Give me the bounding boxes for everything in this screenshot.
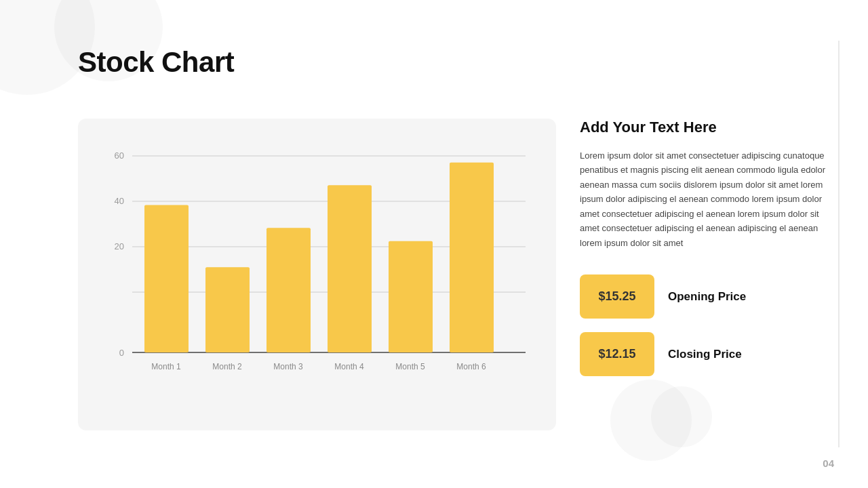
opening-price-label: Opening Price [668,290,746,304]
divider-line [838,41,840,447]
bar-month6 [450,163,494,352]
bar-month1 [144,205,189,353]
opening-price-item: $15.25 Opening Price [580,274,831,319]
closing-price-label: Closing Price [668,348,742,361]
page-title: Stock Chart [78,46,234,79]
right-panel: Add Your Text Here Lorem ipsum dolor sit… [580,119,831,390]
svg-text:0: 0 [119,348,124,358]
page-container: Stock Chart 60 40 20 0 Month 1 [0,0,868,488]
svg-text:Month 1: Month 1 [151,362,181,371]
svg-text:Month 4: Month 4 [334,362,364,371]
chart-card: 60 40 20 0 Month 1 Month 2 Month 3 Month… [78,119,556,430]
bg-decoration-4 [651,386,712,447]
svg-text:40: 40 [115,196,124,206]
svg-text:20: 20 [115,241,124,251]
chart-svg: 60 40 20 0 Month 1 Month 2 Month 3 Month… [98,132,536,410]
svg-text:Month 3: Month 3 [273,362,303,371]
bar-month5 [389,241,433,352]
right-panel-heading: Add Your Text Here [580,119,831,136]
bar-month2 [205,267,250,352]
chart-area: 60 40 20 0 Month 1 Month 2 Month 3 Month… [98,132,536,410]
svg-text:Month 6: Month 6 [456,362,486,371]
page-number: 04 [823,458,834,469]
right-panel-text: Lorem ipsum dolor sit amet consectetuer … [580,148,831,250]
svg-text:Month 2: Month 2 [212,362,242,371]
svg-text:60: 60 [115,150,124,161]
bar-month3 [267,228,311,352]
bar-month4 [328,185,372,352]
closing-price-item: $12.15 Closing Price [580,332,831,376]
closing-price-box: $12.15 [580,332,654,376]
svg-text:Month 5: Month 5 [395,362,425,371]
opening-price-box: $15.25 [580,274,654,319]
